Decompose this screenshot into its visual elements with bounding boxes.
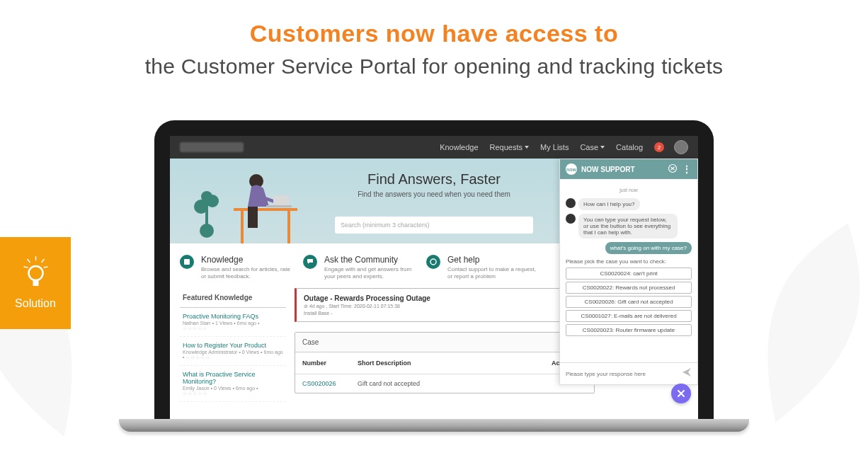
svg-line-1: [27, 259, 30, 263]
kb-item[interactable]: Proactive Monitoring FAQs Nathan Starr •…: [180, 308, 286, 337]
send-icon[interactable]: [682, 367, 692, 380]
chat-widget: now NOW SUPPORT ⋮ just now How can I hel…: [559, 159, 698, 385]
lifebuoy-icon: [426, 255, 440, 269]
svg-rect-8: [287, 211, 290, 243]
outage-alert[interactable]: Outage - Rewards Processing Outage ⊘ 4d …: [295, 288, 595, 322]
svg-rect-13: [248, 207, 258, 228]
solution-badge: Solution: [0, 237, 71, 329]
svg-rect-7: [234, 208, 297, 211]
kb-item[interactable]: What is Proactive Service Monitoring? Em…: [180, 366, 286, 402]
svg-rect-6: [33, 280, 38, 286]
laptop-frame: Knowledge Requests My Lists Case Catalog…: [154, 120, 714, 432]
nav-mylists[interactable]: My Lists: [540, 143, 569, 151]
bulb-icon: [20, 256, 52, 292]
nav-catalog[interactable]: Catalog: [616, 143, 643, 151]
svg-line-4: [43, 267, 47, 268]
chevron-down-icon: [525, 146, 529, 149]
nav-case[interactable]: Case: [580, 143, 605, 151]
laptop-base: [119, 419, 749, 432]
chat-menu-icon[interactable]: ⋮: [682, 163, 692, 175]
chat-prompt: Please pick the case you want to check:: [566, 258, 692, 265]
notification-badge[interactable]: 2: [654, 142, 664, 152]
case-option[interactable]: CS0020023: Router firmware update: [566, 324, 692, 336]
bot-message: How can I help you?: [578, 198, 640, 210]
bot-avatar-icon: [566, 198, 576, 208]
svg-line-2: [41, 259, 44, 263]
case-option[interactable]: CS0020024: can't print: [566, 268, 692, 280]
nav-knowledge[interactable]: Knowledge: [440, 143, 478, 151]
hero-line-2: the Customer Service Portal for opening …: [0, 54, 868, 79]
chat-icon: [303, 255, 317, 269]
book-icon: [180, 255, 194, 269]
svg-rect-12: [266, 205, 292, 207]
table-row[interactable]: CS0020026 Gift card not accepted: [295, 374, 594, 393]
bot-message: You can type your request below, or use …: [578, 214, 678, 238]
chat-header: now NOW SUPPORT ⋮: [560, 159, 697, 179]
chat-close-fab[interactable]: [671, 384, 691, 403]
decorative-leaf-right: [708, 199, 868, 449]
card-gethelp[interactable]: Get helpContact support to make a reques…: [426, 255, 539, 281]
svg-rect-11: [273, 195, 289, 207]
hero-line-1: Customers now have access to: [0, 20, 868, 47]
solution-label: Solution: [15, 297, 56, 310]
chat-timestamp: just now: [566, 188, 692, 192]
kb-item[interactable]: How to Register Your Product Knowledge A…: [180, 337, 286, 366]
case-option[interactable]: CS0001027: E-mails are not delivered: [566, 310, 692, 322]
user-message: what's going on with my case?: [605, 242, 692, 254]
search-input[interactable]: Search (minimum 3 characters): [335, 217, 533, 234]
now-logo-icon: now: [566, 163, 577, 175]
nav-requests[interactable]: Requests: [490, 143, 529, 151]
case-option[interactable]: CS0020022: Rewards not processed: [566, 282, 692, 294]
banner-illustration: [184, 166, 297, 246]
chat-refresh-icon[interactable]: [668, 163, 678, 175]
col-desc: Short Description: [358, 360, 552, 367]
card-knowledge[interactable]: KnowledgeBrowse and search for articles,…: [180, 255, 293, 281]
svg-line-3: [23, 267, 28, 268]
chat-input[interactable]: [566, 371, 678, 377]
svg-point-20: [430, 259, 436, 265]
case-label: Case: [302, 338, 319, 346]
svg-rect-9: [241, 211, 244, 243]
case-option[interactable]: CS0020026: Gift card not accepted: [566, 296, 692, 308]
svg-point-18: [201, 191, 212, 202]
banner-title: Find Answers, Faster: [358, 171, 510, 188]
card-community[interactable]: Ask the CommunityEngage with and get ans…: [303, 255, 416, 281]
bot-avatar-icon: [566, 214, 576, 224]
banner-subtitle: Find the answers you need when you need …: [358, 190, 510, 198]
col-number: Number: [302, 360, 358, 367]
user-avatar[interactable]: [674, 140, 688, 154]
brand-logo: [180, 142, 244, 152]
portal-screen: Knowledge Requests My Lists Case Catalog…: [170, 136, 698, 419]
svg-point-5: [28, 266, 42, 280]
chevron-down-icon: [600, 146, 605, 149]
svg-rect-19: [184, 259, 190, 265]
top-nav: Knowledge Requests My Lists Case Catalog…: [170, 136, 698, 159]
case-panel: Case View Number Short Description Actio…: [295, 332, 595, 393]
featured-knowledge-title: Featured Knowledge: [180, 288, 286, 308]
